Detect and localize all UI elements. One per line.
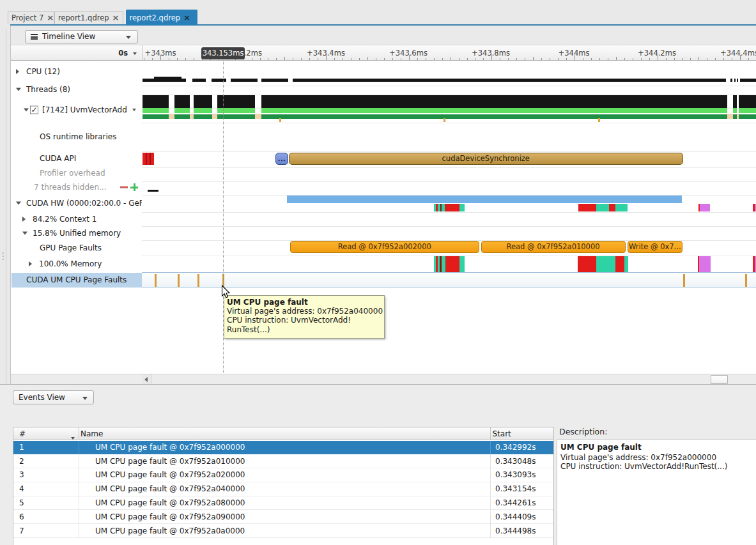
tooltip-line: RunTest(...)	[227, 325, 384, 334]
event-row-3[interactable]: 3UM CPU page fault @ 0x7f952a0200000.343…	[13, 468, 553, 482]
sidebar-item-os-runtime-libraries[interactable]: OS runtime libraries	[11, 130, 142, 143]
tree-collapse-icon[interactable]	[22, 232, 27, 235]
cpu-utilization-segment	[231, 79, 258, 82]
ruler-tick	[177, 58, 178, 61]
ruler-label: +343.8ms	[472, 49, 510, 58]
cuda-hw-memory-segment	[700, 204, 710, 212]
cuda-kernel-bar[interactable]	[287, 196, 682, 203]
tree-collapse-icon[interactable]	[24, 109, 29, 112]
cpu-utilization-segment	[730, 79, 732, 82]
thread-event-mark	[444, 118, 445, 123]
column-separator[interactable]	[490, 427, 491, 440]
tab-close-icon[interactable]: ×	[47, 15, 54, 21]
sidebar-item-84-2-context-1[interactable]: 84.2% Context 1	[11, 213, 142, 226]
um-cpu-page-fault-mark[interactable]	[197, 274, 199, 287]
column-header-name[interactable]: Name	[81, 429, 103, 438]
sidebar-item--7142-uvmvectoradd[interactable]: ✓[7142] UvmVectorAdd	[11, 104, 142, 116]
column-separator	[79, 524, 79, 538]
ruler-tick	[633, 58, 633, 61]
gpu-page-fault-bar[interactable]: Write @ 0x7...	[628, 241, 683, 253]
event-row-7[interactable]: 7UM CPU page fault @ 0x7f952a0a00000.344…	[13, 524, 553, 538]
event-name: UM CPU page fault @ 0x7f952a090000	[95, 512, 245, 521]
scrollbar-thumb[interactable]	[711, 375, 728, 384]
scroll-left-button[interactable]	[142, 374, 151, 384]
cuda-api-range-bar[interactable]: cudaDeviceSynchronize	[289, 153, 684, 165]
add-threads-icon[interactable]	[130, 183, 138, 191]
thread-cpu-band	[174, 95, 190, 108]
ruler-tick	[666, 58, 667, 61]
cpu-utilization-segment	[737, 79, 738, 82]
splitter-grip-dot	[3, 252, 4, 254]
thread-visibility-checkbox[interactable]: ✓	[30, 106, 38, 114]
remove-threads-icon[interactable]	[120, 187, 128, 188]
sidebar-item-cpu-12-[interactable]: CPU (12)	[11, 65, 142, 78]
thread-state-gap	[190, 114, 194, 119]
tree-collapse-icon[interactable]	[16, 202, 21, 205]
column-separator[interactable]	[79, 427, 79, 440]
tab-report2-qdrep[interactable]: report2.qdrep×	[126, 10, 197, 26]
timeline-view-dropdown[interactable]: Timeline View	[25, 30, 138, 43]
ruler-tick	[508, 58, 509, 61]
cuda-api-call	[143, 153, 155, 165]
thread-options-icon[interactable]	[132, 109, 136, 111]
horizontal-scrollbar[interactable]	[11, 374, 756, 384]
tree-item-label: CUDA UM CPU Page Faults	[26, 275, 127, 284]
event-row-6[interactable]: 6UM CPU page fault @ 0x7f952a0900000.344…	[13, 510, 553, 525]
tab-report1-qdrep[interactable]: report1.qdrep×	[54, 11, 123, 24]
sidebar-item-threads-8-[interactable]: Threads (8)	[11, 83, 142, 96]
description-line: CPU instruction: UvmVectorAdd!RunTest(..…	[560, 462, 756, 471]
tab-close-icon[interactable]: ×	[183, 15, 190, 21]
um-cpu-page-fault-mark[interactable]	[178, 274, 180, 287]
row-separator	[142, 151, 756, 152]
um-cpu-page-fault-mark[interactable]	[683, 274, 685, 287]
sidebar-item-profiler-overhead[interactable]: Profiler overhead	[11, 167, 142, 180]
ruler-tick	[401, 58, 401, 61]
tab-close-icon[interactable]: ×	[112, 15, 120, 21]
event-row-1[interactable]: 1UM CPU page fault @ 0x7f952a0000000.342…	[13, 441, 553, 455]
sidebar-item-gpu-page-faults[interactable]: GPU Page Faults	[11, 242, 142, 254]
tree-expand-icon[interactable]	[22, 217, 26, 222]
chevron-down-icon	[133, 52, 137, 55]
gpu-page-fault-bar[interactable]: Read @ 0x7f952a002000	[290, 241, 479, 253]
thread-event-mark	[279, 118, 281, 123]
collapsed-range-chip[interactable]: ...	[275, 153, 288, 165]
ruler-tick	[516, 58, 517, 61]
document-tabbar: Project 7×report1.qdrep×report2.qdrep×	[0, 0, 756, 24]
row-separator	[142, 181, 756, 182]
sidebar-item-15-8-unified-memory[interactable]: 15.8% Unified memory	[11, 227, 142, 240]
tooltip-title: UM CPU page fault	[227, 298, 384, 307]
sidebar-item-7-threads-hidden-[interactable]: 7 threads hidden...	[11, 181, 142, 194]
column-separator	[79, 496, 79, 510]
gpu-page-fault-bar[interactable]: Read @ 0x7f952a010000	[481, 241, 626, 253]
column-header-num[interactable]: #	[19, 429, 26, 438]
cuda-hw-memory-segment	[596, 204, 609, 212]
ruler-origin-cell[interactable]: 0s	[11, 46, 142, 61]
event-row-5[interactable]: 5UM CPU page fault @ 0x7f952a0800000.344…	[13, 496, 553, 510]
tree-collapse-icon[interactable]	[16, 88, 21, 91]
tab-project-7[interactable]: Project 7×	[8, 11, 54, 24]
events-view-dropdown[interactable]: Events View	[13, 390, 94, 404]
cuda-hw-memory-segment	[445, 204, 459, 212]
sidebar-item-cuda-hw-0000-02-00-0-gef[interactable]: CUDA HW (0000:02:00.0 - GeF	[11, 197, 142, 210]
memory-transfer-segment	[578, 256, 596, 272]
um-cpu-page-fault-mark[interactable]	[155, 274, 157, 287]
events-table-header[interactable]: #NameStart	[13, 427, 553, 440]
event-start: 0.344261s	[495, 498, 536, 507]
thread-state-gap	[737, 114, 739, 119]
description-title: UM CPU page fault	[560, 443, 756, 452]
event-tooltip: UM CPU page fault Virtual page's address…	[224, 295, 385, 339]
event-name: UM CPU page fault @ 0x7f952a040000	[95, 484, 245, 493]
sidebar-item-100-0-memory[interactable]: 100.0% Memory	[11, 257, 142, 270]
ruler-tick	[707, 58, 707, 61]
um-cpu-page-fault-mark[interactable]	[745, 274, 747, 287]
tree-expand-icon[interactable]	[29, 261, 32, 266]
ruler-tick	[169, 58, 169, 61]
event-num: 3	[19, 470, 24, 479]
event-row-4[interactable]: 4UM CPU page fault @ 0x7f952a0400000.343…	[13, 482, 553, 496]
tree-expand-icon[interactable]	[16, 69, 19, 74]
sidebar-item-cuda-um-cpu-page-faults[interactable]: CUDA UM CPU Page Faults	[12, 273, 142, 288]
ruler-tick	[591, 58, 592, 61]
sidebar-item-cuda-api[interactable]: CUDA API	[11, 152, 142, 165]
column-header-start[interactable]: Start	[493, 429, 511, 438]
event-row-2[interactable]: 2UM CPU page fault @ 0x7f952a0100000.343…	[13, 454, 553, 468]
